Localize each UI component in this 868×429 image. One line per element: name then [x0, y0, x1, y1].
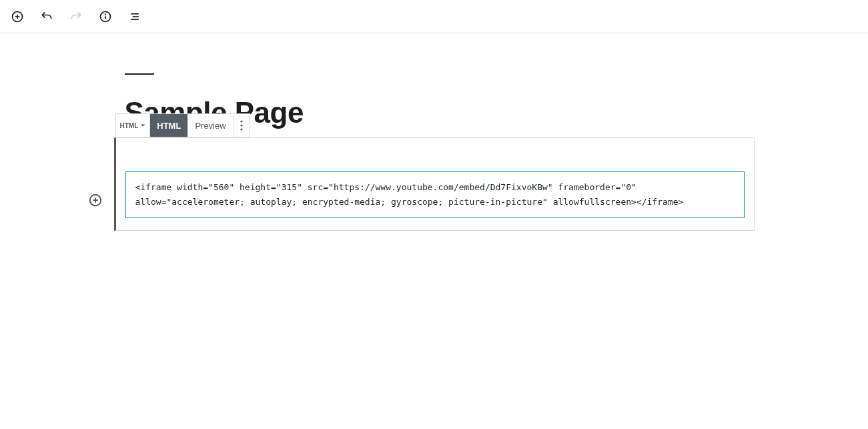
chevron-down-icon: [140, 123, 145, 128]
svg-point-9: [240, 120, 242, 122]
editor-canvas: Sample Page HTML HTML Preview: [0, 33, 868, 231]
html-block: HTML HTML Preview: [114, 137, 755, 231]
info-icon: [99, 10, 112, 23]
tab-html[interactable]: HTML: [150, 114, 188, 137]
block-body: [116, 162, 754, 230]
more-vertical-icon: [240, 120, 243, 131]
add-block-button[interactable]: [5, 5, 29, 29]
block-type-switcher[interactable]: HTML: [116, 114, 151, 137]
svg-point-5: [105, 14, 106, 15]
svg-point-10: [240, 124, 242, 126]
title-divider: [125, 73, 154, 75]
undo-button[interactable]: [35, 5, 59, 29]
redo-icon: [69, 10, 83, 23]
block-more-options[interactable]: [234, 114, 250, 137]
plus-circle-icon: [88, 193, 103, 207]
outline-button[interactable]: [123, 5, 147, 29]
svg-point-11: [240, 128, 242, 130]
outline-icon: [128, 10, 141, 23]
editor-top-toolbar: [0, 0, 868, 33]
plus-circle-icon: [11, 10, 24, 23]
html-code-textarea[interactable]: [125, 171, 745, 218]
undo-icon: [40, 10, 53, 23]
block-type-label: HTML: [120, 122, 139, 129]
info-button[interactable]: [93, 5, 117, 29]
add-block-inserter[interactable]: [86, 191, 105, 209]
tab-preview[interactable]: Preview: [188, 114, 233, 137]
redo-button[interactable]: [64, 5, 88, 29]
content-area: Sample Page HTML HTML Preview: [114, 73, 755, 231]
block-toolbar: HTML HTML Preview: [115, 113, 250, 137]
